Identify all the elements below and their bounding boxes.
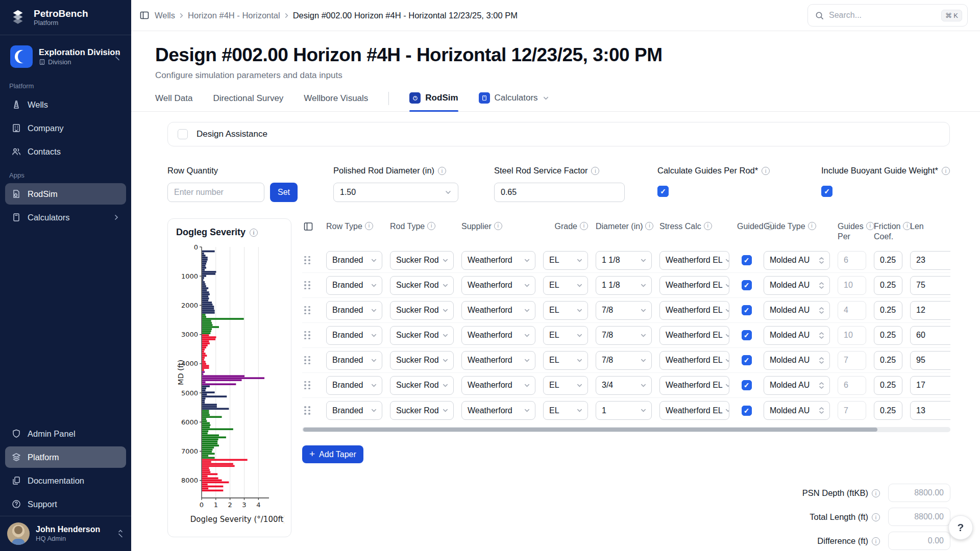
tab-well-data[interactable]: Well Data <box>155 93 192 111</box>
drag-handle-icon[interactable] <box>304 281 310 290</box>
supplier-select[interactable]: Weatherford <box>461 351 535 370</box>
guide-type-select[interactable]: Molded AU <box>764 376 830 395</box>
rod-type-select[interactable]: Sucker Rod <box>390 351 454 370</box>
tab-wellbore-visuals[interactable]: Wellbore Visuals <box>304 93 368 111</box>
supplier-select[interactable]: Weatherford <box>461 376 535 395</box>
tab-rodsim[interactable]: RodSim <box>409 92 458 111</box>
drag-handle-icon[interactable] <box>304 306 310 315</box>
breadcrumb-wells[interactable]: Wells <box>155 11 175 20</box>
info-icon[interactable]: i <box>438 167 446 175</box>
drag-handle-icon[interactable] <box>304 381 310 390</box>
sidebar-toggle-icon[interactable] <box>139 10 150 20</box>
guides-per-input[interactable]: 4 <box>838 301 866 320</box>
length-input[interactable]: 60 <box>910 326 950 345</box>
info-icon[interactable]: i <box>704 222 712 230</box>
sidebar-item-company[interactable]: Company <box>5 117 126 139</box>
guided-checkbox[interactable] <box>742 255 752 265</box>
polished-rod-diameter-select[interactable]: 1.50 <box>333 183 458 202</box>
grade-select[interactable]: EL <box>543 326 588 345</box>
guide-type-select[interactable]: Molded AU <box>764 276 830 295</box>
info-icon[interactable]: i <box>250 229 258 237</box>
stress-calc-select[interactable]: Weatherford EL <box>659 401 729 420</box>
grade-select[interactable]: EL <box>543 401 588 420</box>
guided-checkbox[interactable] <box>742 355 752 365</box>
help-button[interactable]: ? <box>948 515 973 540</box>
service-factor-input[interactable]: 0.65 <box>494 183 625 202</box>
sidebar-item-wells[interactable]: Wells <box>5 94 126 115</box>
stress-calc-select[interactable]: Weatherford EL <box>659 251 729 270</box>
buoyant-weight-checkbox[interactable] <box>821 186 832 197</box>
supplier-select[interactable]: Weatherford <box>461 251 535 270</box>
calc-guides-checkbox[interactable] <box>657 186 669 197</box>
info-icon[interactable]: i <box>645 222 653 230</box>
drag-handle-icon[interactable] <box>304 331 310 340</box>
drag-handle-icon[interactable] <box>304 356 310 365</box>
rod-type-select[interactable]: Sucker Rod <box>390 276 454 295</box>
sidebar-item-platform[interactable]: Platform <box>5 446 126 468</box>
guided-checkbox[interactable] <box>742 406 752 416</box>
row-type-select[interactable]: Branded <box>326 351 382 370</box>
diameter-select[interactable]: 7/8 <box>596 326 652 345</box>
row-type-select[interactable]: Branded <box>326 301 382 320</box>
info-icon[interactable]: i <box>427 222 435 230</box>
guided-checkbox[interactable] <box>742 280 752 290</box>
guides-per-input[interactable]: 7 <box>838 401 866 420</box>
guide-type-select[interactable]: Molded AU <box>764 251 830 270</box>
info-icon[interactable]: i <box>365 222 373 230</box>
drag-handle-icon[interactable] <box>304 256 310 265</box>
guide-type-select[interactable]: Molded AU <box>764 326 830 345</box>
diameter-select[interactable]: 1 <box>596 401 652 420</box>
info-icon[interactable]: i <box>591 167 599 175</box>
set-button[interactable]: Set <box>270 183 298 202</box>
info-icon[interactable]: i <box>872 537 880 545</box>
sidebar-item-documentation[interactable]: Documentation <box>5 470 126 491</box>
grade-select[interactable]: EL <box>543 276 588 295</box>
info-icon[interactable]: i <box>872 513 880 521</box>
sidebar-item-support[interactable]: Support <box>5 493 126 515</box>
rod-type-select[interactable]: Sucker Rod <box>390 301 454 320</box>
guide-type-select[interactable]: Molded AU <box>764 351 830 370</box>
sidebar-item-contacts[interactable]: Contacts <box>5 141 126 162</box>
diameter-select[interactable]: 7/8 <box>596 351 652 370</box>
stress-calc-select[interactable]: Weatherford EL <box>659 276 729 295</box>
guides-per-input[interactable]: 10 <box>838 276 866 295</box>
user-menu[interactable]: John Henderson HQ Admin <box>0 516 131 551</box>
length-input[interactable]: 95 <box>910 351 950 370</box>
brand[interactable]: PetroBench Platform <box>0 0 131 35</box>
length-input[interactable]: 13 <box>910 401 950 420</box>
info-icon[interactable]: i <box>580 222 588 230</box>
guides-per-input[interactable]: 6 <box>838 251 866 270</box>
horizontal-scrollbar[interactable] <box>302 427 950 432</box>
length-input[interactable]: 17 <box>910 376 950 395</box>
friction-coef-input[interactable]: 0.25 <box>874 251 902 270</box>
rod-type-select[interactable]: Sucker Rod <box>390 376 454 395</box>
diameter-select[interactable]: 1 1/8 <box>596 251 652 270</box>
sidebar-item-rodsim[interactable]: RodSim <box>5 183 126 205</box>
friction-coef-input[interactable]: 0.25 <box>874 401 902 420</box>
info-icon[interactable]: i <box>762 167 770 175</box>
scrollbar-thumb[interactable] <box>303 428 877 432</box>
grade-select[interactable]: EL <box>543 376 588 395</box>
guided-checkbox[interactable] <box>742 330 752 340</box>
guides-per-input[interactable]: 10 <box>838 326 866 345</box>
row-type-select[interactable]: Branded <box>326 251 382 270</box>
info-icon[interactable]: i <box>942 167 950 175</box>
guided-checkbox[interactable] <box>742 380 752 390</box>
friction-coef-input[interactable]: 0.25 <box>874 376 902 395</box>
length-input[interactable]: 23 <box>910 251 950 270</box>
friction-coef-input[interactable]: 0.25 <box>874 326 902 345</box>
rod-type-select[interactable]: Sucker Rod <box>390 401 454 420</box>
supplier-select[interactable]: Weatherford <box>461 276 535 295</box>
stress-calc-select[interactable]: Weatherford EL <box>659 351 729 370</box>
info-icon[interactable]: i <box>494 222 502 230</box>
grade-select[interactable]: EL <box>543 301 588 320</box>
row-type-select[interactable]: Branded <box>326 276 382 295</box>
guides-per-input[interactable]: 7 <box>838 351 866 370</box>
diameter-select[interactable]: 1 1/8 <box>596 276 652 295</box>
stress-calc-select[interactable]: Weatherford EL <box>659 326 729 345</box>
rod-type-select[interactable]: Sucker Rod <box>390 251 454 270</box>
sidebar-item-calculators[interactable]: Calculators <box>5 207 126 228</box>
info-icon[interactable]: i <box>866 222 874 230</box>
guide-type-select[interactable]: Molded AU <box>764 301 830 320</box>
stress-calc-select[interactable]: Weatherford EL <box>659 301 729 320</box>
